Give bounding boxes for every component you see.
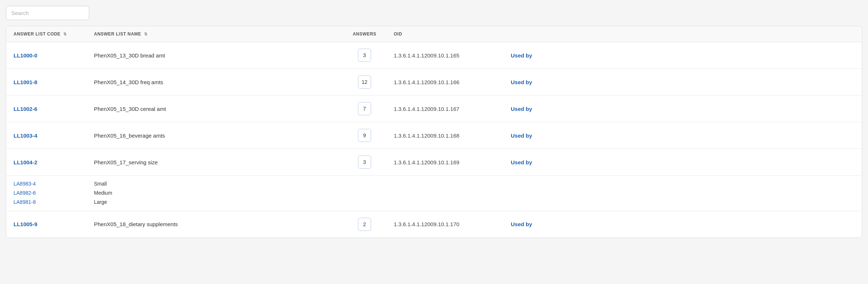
sub-name-text: Large	[94, 198, 335, 207]
name-text-1: PhenX05_14_30D freq amts	[94, 79, 163, 85]
used-by-link-2[interactable]: Used by	[511, 106, 532, 112]
used-by-link-3[interactable]: Used by	[511, 132, 532, 139]
cell-oid-4: 1.3.6.1.4.1.12009.10.1.169	[386, 149, 503, 176]
sub-cell-answers-empty	[343, 176, 386, 211]
cell-oid-5: 1.3.6.1.4.1.12009.10.1.170	[386, 211, 503, 238]
used-by-link-4[interactable]: Used by	[511, 159, 532, 165]
col-header-code[interactable]: ANSWER LIST CODE ⇅	[6, 26, 87, 42]
used-by-link-0[interactable]: Used by	[511, 52, 532, 59]
sub-cell-oid-empty	[386, 176, 503, 211]
oid-text-5: 1.3.6.1.4.1.12009.10.1.170	[394, 221, 459, 227]
cell-usedby-4: Used by	[503, 149, 862, 176]
cell-code-2: LL1002-6	[6, 96, 87, 122]
cell-name-1: PhenX05_14_30D freq amts	[87, 69, 343, 96]
answer-list-table: ANSWER LIST CODE ⇅ ANSWER LIST NAME ⇅ AN…	[6, 26, 862, 238]
cell-answers-5: 2	[343, 211, 386, 238]
sub-name-text: Medium	[94, 188, 335, 198]
col-header-code-label: ANSWER LIST CODE	[14, 31, 60, 37]
oid-text-4: 1.3.6.1.4.1.12009.10.1.169	[394, 159, 459, 165]
name-text-4: PhenX05_17_serving size	[94, 159, 158, 165]
sub-row: LA8983-4LA8982-6LA8981-8SmallMediumLarge	[6, 176, 862, 211]
sort-icon-name: ⇅	[144, 32, 147, 37]
col-header-name[interactable]: ANSWER LIST NAME ⇅	[87, 26, 343, 42]
oid-text-2: 1.3.6.1.4.1.12009.10.1.167	[394, 106, 459, 112]
sort-icon-code: ⇅	[63, 32, 67, 37]
cell-oid-1: 1.3.6.1.4.1.12009.10.1.166	[386, 69, 503, 96]
cell-usedby-0: Used by	[503, 42, 862, 69]
cell-code-0: LL1000-0	[6, 42, 87, 69]
sub-code-link[interactable]: LA8981-8	[14, 198, 79, 207]
cell-code-4: LL1004-2	[6, 149, 87, 176]
search-container	[6, 6, 862, 20]
cell-name-0: PhenX05_13_30D bread amt	[87, 42, 343, 69]
sub-name-text: Small	[94, 179, 335, 188]
used-by-link-1[interactable]: Used by	[511, 79, 532, 85]
name-text-5: PhenX05_18_dietary supplements	[94, 221, 178, 227]
sub-cell-name: SmallMediumLarge	[87, 176, 343, 211]
sub-code-link[interactable]: LA8983-4	[14, 179, 79, 188]
oid-text-1: 1.3.6.1.4.1.12009.10.1.166	[394, 79, 459, 85]
answers-badge-2: 7	[358, 102, 371, 115]
cell-answers-3: 9	[343, 122, 386, 149]
code-link-1[interactable]: LL1001-8	[14, 79, 37, 85]
name-text-0: PhenX05_13_30D bread amt	[94, 52, 165, 59]
cell-name-5: PhenX05_18_dietary supplements	[87, 211, 343, 238]
table-row: LL1004-2 PhenX05_17_serving size 3 1.3.6…	[6, 149, 862, 176]
table-row: LL1002-6 PhenX05_15_30D cereal amt 7 1.3…	[6, 96, 862, 122]
cell-answers-1: 12	[343, 69, 386, 96]
cell-usedby-1: Used by	[503, 69, 862, 96]
sub-cell-code: LA8983-4LA8982-6LA8981-8	[6, 176, 87, 211]
col-header-name-label: ANSWER LIST NAME	[94, 31, 141, 37]
code-link-0[interactable]: LL1000-0	[14, 52, 37, 59]
cell-answers-0: 3	[343, 42, 386, 69]
answers-badge-1: 12	[358, 75, 371, 89]
col-header-oid-label: OID	[394, 31, 402, 37]
cell-code-5: LL1005-9	[6, 211, 87, 238]
cell-oid-3: 1.3.6.1.4.1.12009.10.1.168	[386, 122, 503, 149]
col-header-answers-label: ANSWERS	[353, 31, 377, 37]
cell-name-4: PhenX05_17_serving size	[87, 149, 343, 176]
code-link-3[interactable]: LL1003-4	[14, 132, 37, 139]
sub-code-link[interactable]: LA8982-6	[14, 188, 79, 198]
sub-cell-usedby-empty	[503, 176, 862, 211]
table-row: LL1001-8 PhenX05_14_30D freq amts 12 1.3…	[6, 69, 862, 96]
table-row: LL1000-0 PhenX05_13_30D bread amt 3 1.3.…	[6, 42, 862, 69]
table-header-row: ANSWER LIST CODE ⇅ ANSWER LIST NAME ⇅ AN…	[6, 26, 862, 42]
used-by-link-5[interactable]: Used by	[511, 221, 532, 227]
code-link-5[interactable]: LL1005-9	[14, 221, 37, 227]
cell-answers-2: 7	[343, 96, 386, 122]
name-text-3: PhenX05_16_beverage amts	[94, 132, 165, 139]
cell-name-3: PhenX05_16_beverage amts	[87, 122, 343, 149]
cell-answers-4: 3	[343, 149, 386, 176]
col-header-answers: ANSWERS	[343, 26, 386, 42]
cell-name-2: PhenX05_15_30D cereal amt	[87, 96, 343, 122]
col-header-oid: OID	[386, 26, 503, 42]
table-wrapper: ANSWER LIST CODE ⇅ ANSWER LIST NAME ⇅ AN…	[6, 26, 862, 238]
table-row: LL1005-9 PhenX05_18_dietary supplements …	[6, 211, 862, 238]
code-link-2[interactable]: LL1002-6	[14, 106, 37, 112]
code-link-4[interactable]: LL1004-2	[14, 159, 37, 165]
col-header-usedby	[503, 26, 862, 42]
name-text-2: PhenX05_15_30D cereal amt	[94, 106, 166, 112]
cell-usedby-5: Used by	[503, 211, 862, 238]
cell-code-1: LL1001-8	[6, 69, 87, 96]
answers-badge-5: 2	[358, 218, 371, 231]
cell-usedby-2: Used by	[503, 96, 862, 122]
oid-text-3: 1.3.6.1.4.1.12009.10.1.168	[394, 132, 459, 139]
answers-badge-3: 9	[358, 129, 371, 142]
oid-text-0: 1.3.6.1.4.1.12009.10.1.165	[394, 52, 459, 59]
answers-badge-4: 3	[358, 156, 371, 169]
table-row: LL1003-4 PhenX05_16_beverage amts 9 1.3.…	[6, 122, 862, 149]
cell-code-3: LL1003-4	[6, 122, 87, 149]
search-input[interactable]	[6, 6, 89, 20]
answers-badge-0: 3	[358, 49, 371, 62]
cell-oid-0: 1.3.6.1.4.1.12009.10.1.165	[386, 42, 503, 69]
cell-oid-2: 1.3.6.1.4.1.12009.10.1.167	[386, 96, 503, 122]
cell-usedby-3: Used by	[503, 122, 862, 149]
